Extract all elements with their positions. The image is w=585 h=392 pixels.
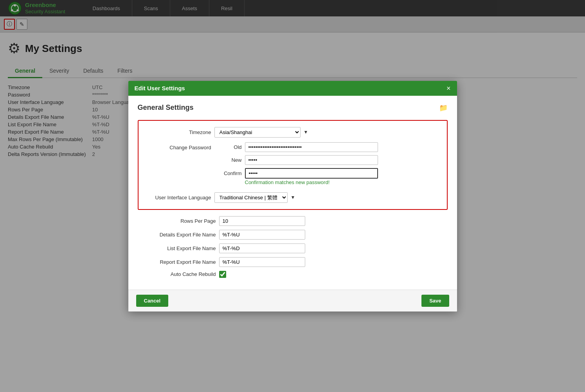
rows-per-page-input[interactable] [219, 216, 305, 226]
old-label: Old [214, 144, 242, 150]
edit-user-settings-modal: Edit User Settings × General Settings 📁 … [128, 81, 457, 311]
auto-cache-checkbox[interactable] [219, 271, 226, 278]
cancel-button[interactable]: Cancel [136, 295, 169, 307]
ui-language-select[interactable]: Traditional Chinese | 繁體 Browser Languag… [214, 192, 288, 203]
save-button[interactable]: Save [421, 295, 449, 307]
old-password-input[interactable] [245, 142, 378, 152]
modal-footer: Cancel Save [128, 290, 457, 311]
timezone-label: Timezone [145, 129, 211, 135]
modal-header: Edit User Settings × [128, 81, 457, 96]
new-password-row: New [214, 155, 378, 165]
timezone-select[interactable]: Asia/Shanghai UTC America/New_York Europ… [214, 127, 301, 138]
modal-overlay: Edit User Settings × General Settings 📁 … [0, 0, 585, 392]
rows-per-page-label: Rows Per Page [138, 218, 216, 224]
general-settings-section: Timezone Asia/Shanghai UTC America/New_Y… [138, 120, 448, 210]
change-password-label: Change Password [145, 142, 211, 150]
new-password-input[interactable] [245, 155, 378, 165]
auto-cache-label: Auto Cache Rebuild [138, 271, 216, 277]
confirm-password-row: Confirm [214, 168, 378, 179]
password-fields: Old New Confirm Confirmation matches new… [214, 142, 378, 188]
report-export-input[interactable] [219, 257, 305, 267]
details-export-input[interactable] [219, 230, 305, 240]
old-password-row: Old [214, 142, 378, 152]
modal-title: Edit User Settings [135, 85, 185, 91]
ui-language-label: User Interface Language [145, 195, 211, 200]
confirm-match-message: Confirmation matches new password! [245, 179, 378, 185]
confirm-label: Confirm [214, 170, 242, 176]
modal-section-title: General Settings 📁 [138, 104, 448, 114]
list-export-label: List Export File Name [138, 245, 216, 251]
modal-close-button[interactable]: × [446, 85, 451, 92]
details-export-label: Details Export File Name [138, 232, 216, 238]
change-password-row: Change Password Old New Confirm [145, 142, 441, 188]
new-label: New [214, 157, 242, 163]
report-export-label: Report Export File Name [138, 259, 216, 265]
details-export-row: Details Export File Name [138, 230, 448, 240]
auto-cache-row: Auto Cache Rebuild [138, 271, 448, 278]
ui-language-row: User Interface Language Traditional Chin… [145, 192, 441, 203]
language-dropdown-arrow: ▼ [291, 195, 295, 200]
folder-icon[interactable]: 📁 [439, 104, 448, 112]
list-export-row: List Export File Name [138, 243, 448, 253]
list-export-input[interactable] [219, 243, 305, 253]
modal-body: General Settings 📁 Timezone Asia/Shangha… [128, 96, 457, 290]
confirm-password-input[interactable] [245, 168, 378, 179]
timezone-dropdown-arrow: ▼ [304, 129, 308, 135]
report-export-row: Report Export File Name [138, 257, 448, 267]
rows-per-page-row: Rows Per Page [138, 216, 448, 226]
timezone-row: Timezone Asia/Shanghai UTC America/New_Y… [145, 127, 441, 138]
